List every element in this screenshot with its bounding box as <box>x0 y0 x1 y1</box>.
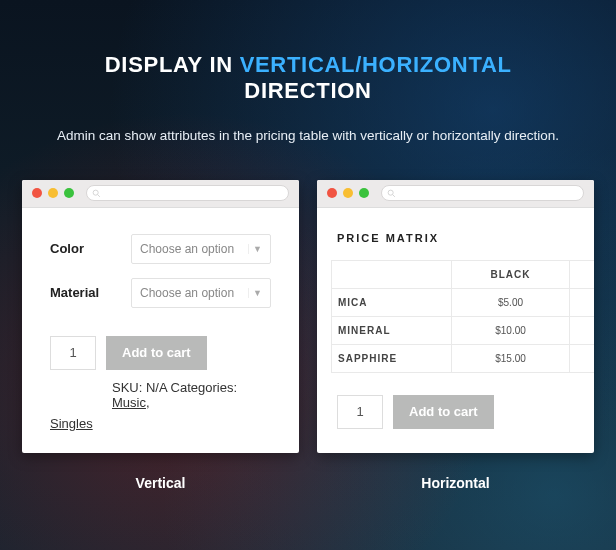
overflow-cell <box>570 316 595 344</box>
attribute-row-material: Material Choose an option ▼ <box>50 278 271 308</box>
svg-line-3 <box>393 194 395 196</box>
price-cell[interactable]: $15.00 <box>452 344 570 372</box>
category-link-music[interactable]: Music <box>112 395 146 410</box>
row-label-mineral: MINERAL <box>332 316 452 344</box>
table-row: MINERAL $10.00 <box>332 316 595 344</box>
cart-row: 1 Add to cart <box>331 395 594 429</box>
maximize-icon[interactable] <box>359 188 369 198</box>
row-label-mica: MICA <box>332 288 452 316</box>
price-matrix-panel: PRICE MATRIX BLACK MICA $5.00 MINERAL <box>317 208 594 447</box>
quantity-input[interactable]: 1 <box>337 395 383 429</box>
price-cell[interactable]: $10.00 <box>452 316 570 344</box>
cart-row: 1 Add to cart <box>50 336 271 370</box>
select-placeholder: Choose an option <box>140 242 234 256</box>
title-post: DIRECTION <box>244 78 371 103</box>
category-link-singles[interactable]: Singles <box>50 416 271 431</box>
table-row: SAPPHIRE $15.00 <box>332 344 595 372</box>
title-pre: DISPLAY IN <box>105 52 240 77</box>
chevron-down-icon: ▼ <box>248 288 262 298</box>
close-icon[interactable] <box>327 188 337 198</box>
promo-title: DISPLAY IN VERTICAL/HORIZONTAL DIRECTION <box>40 52 576 104</box>
add-to-cart-button[interactable]: Add to cart <box>393 395 494 429</box>
svg-line-1 <box>98 194 100 196</box>
overflow-cell <box>570 344 595 372</box>
attribute-row-color: Color Choose an option ▼ <box>50 234 271 264</box>
attribute-select-color[interactable]: Choose an option ▼ <box>131 234 271 264</box>
table-row: MICA $5.00 <box>332 288 595 316</box>
url-bar[interactable] <box>381 185 584 201</box>
url-bar[interactable] <box>86 185 289 201</box>
meta-sku: SKU: N/A Categories: <box>112 380 237 395</box>
select-placeholder: Choose an option <box>140 286 234 300</box>
product-meta: SKU: N/A Categories: Music, <box>50 380 271 410</box>
table-header-black: BLACK <box>452 260 570 288</box>
chevron-down-icon: ▼ <box>248 244 262 254</box>
panel-caption-horizontal: Horizontal <box>317 475 594 491</box>
attribute-label: Color <box>50 241 84 256</box>
meta-comma: , <box>146 395 150 410</box>
svg-point-0 <box>93 190 98 195</box>
maximize-icon[interactable] <box>64 188 74 198</box>
minimize-icon[interactable] <box>343 188 353 198</box>
promo-header: DISPLAY IN VERTICAL/HORIZONTAL DIRECTION… <box>0 0 616 146</box>
close-icon[interactable] <box>32 188 42 198</box>
browser-window-horizontal: PRICE MATRIX BLACK MICA $5.00 MINERAL <box>317 180 594 453</box>
attribute-label: Material <box>50 285 99 300</box>
browser-window-vertical: Color Choose an option ▼ Material Choose… <box>22 180 299 453</box>
svg-point-2 <box>388 190 393 195</box>
horizontal-panel: PRICE MATRIX BLACK MICA $5.00 MINERAL <box>317 180 594 491</box>
price-matrix-table: BLACK MICA $5.00 MINERAL $10.00 SAP <box>331 260 594 373</box>
window-titlebar <box>22 180 299 208</box>
price-matrix-title: PRICE MATRIX <box>331 232 594 244</box>
table-header-empty <box>332 260 452 288</box>
price-cell[interactable]: $5.00 <box>452 288 570 316</box>
add-to-cart-button[interactable]: Add to cart <box>106 336 207 370</box>
vertical-panel: Color Choose an option ▼ Material Choose… <box>22 180 299 491</box>
row-label-sapphire: SAPPHIRE <box>332 344 452 372</box>
search-icon <box>92 189 101 198</box>
panel-caption-vertical: Vertical <box>22 475 299 491</box>
table-header-row: BLACK <box>332 260 595 288</box>
table-header-overflow <box>570 260 595 288</box>
search-icon <box>387 189 396 198</box>
minimize-icon[interactable] <box>48 188 58 198</box>
window-titlebar <box>317 180 594 208</box>
attribute-select-material[interactable]: Choose an option ▼ <box>131 278 271 308</box>
title-accent: VERTICAL/HORIZONTAL <box>240 52 512 77</box>
quantity-input[interactable]: 1 <box>50 336 96 370</box>
promo-subtitle: Admin can show attributes in the pricing… <box>40 126 576 146</box>
product-form-vertical: Color Choose an option ▼ Material Choose… <box>22 208 299 449</box>
overflow-cell <box>570 288 595 316</box>
